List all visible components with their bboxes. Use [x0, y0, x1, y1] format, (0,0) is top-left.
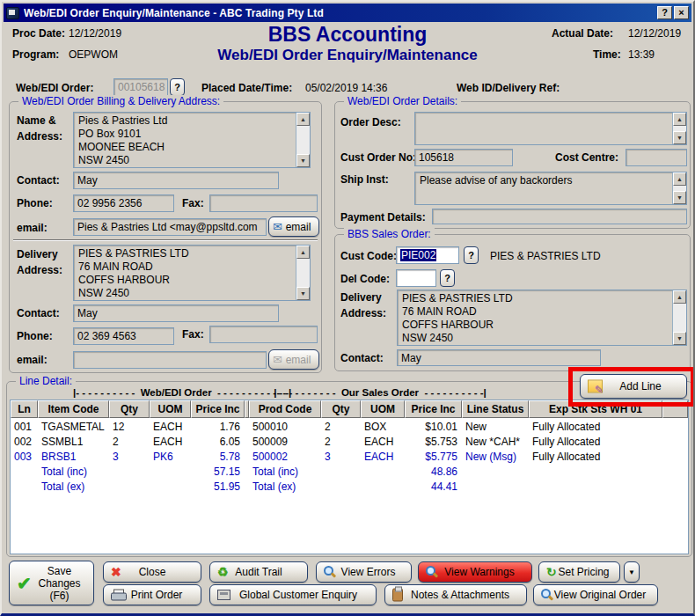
column-header-so-qty[interactable]: Qty: [321, 400, 361, 418]
view-errors-button[interactable]: View Errors: [316, 561, 412, 583]
phone-label: Phone:: [17, 197, 53, 209]
column-header-prod-code[interactable]: Prod Code: [249, 400, 321, 418]
magnifier-icon: [541, 589, 552, 601]
ship-inst-textbox[interactable]: Please advise of any backorders ▲ ▼: [414, 172, 687, 205]
column-header-price-inc[interactable]: Price Inc: [191, 400, 245, 418]
cell-exp-stk-sts: Fully Allocated: [529, 435, 662, 450]
view-original-order-button[interactable]: View Original Order: [533, 584, 658, 605]
magnifier-icon: [324, 566, 335, 578]
cell-item-code: BRSB1: [38, 450, 109, 465]
magnifier-icon: [426, 566, 437, 578]
cust-code-input[interactable]: PIE002: [396, 246, 459, 264]
ship-inst-text: Please advise of any backorders: [415, 172, 672, 204]
fax-input[interactable]: [209, 194, 318, 212]
app-title: BBS Accounting: [160, 23, 535, 47]
order-details-group-title: Web/EDI Order Details:: [344, 95, 461, 107]
cell-line-status: New *CAH*: [462, 435, 529, 450]
name-address-textbox[interactable]: Pies & Pastries Ltd PO Box 9101 MOONEE B…: [73, 112, 311, 168]
add-line-note-icon: [588, 380, 603, 393]
so-total-inc-value: 48.86: [405, 465, 462, 480]
column-header-line-status[interactable]: Line Status: [462, 400, 529, 418]
audit-trail-button[interactable]: ♻ Audit Trail: [209, 561, 308, 583]
scroll-up-icon[interactable]: ▲: [673, 172, 686, 186]
scroll-down-icon[interactable]: ▼: [673, 191, 686, 204]
delivery-email-input[interactable]: [73, 351, 267, 369]
payment-details-label: Payment Details:: [340, 211, 426, 224]
table-row[interactable]: 001 TGASMETAL 12 EACH 1.76 500010 2 BOX …: [11, 420, 688, 435]
ship-inst-scrollbar[interactable]: ▲ ▼: [672, 172, 686, 204]
set-pricing-dropdown-button[interactable]: ▼: [624, 561, 640, 583]
program-value: OEPWOM: [69, 48, 118, 61]
cust-code-lookup-button[interactable]: ?: [464, 246, 479, 264]
notes-attachments-button[interactable]: Notes & Attachments: [384, 584, 527, 605]
cell-line-status: New: [462, 420, 529, 435]
delivery-phone-input[interactable]: 02 369 4563: [73, 327, 174, 345]
delivery-fax-input[interactable]: [209, 326, 318, 343]
delivery-address-textbox[interactable]: PIES & PASTRIES LTD 76 MAIN ROAD COFFS H…: [73, 245, 311, 301]
cell-qty: 3: [109, 450, 150, 465]
delivery-address-scrollbar[interactable]: ▲ ▼: [296, 246, 310, 300]
delivery-contact-input[interactable]: May: [73, 304, 279, 322]
so-total-inc-label: Total (inc): [249, 465, 321, 480]
del-code-input[interactable]: [396, 269, 436, 287]
so-delivery-address-label-2: Address:: [340, 307, 386, 319]
global-customer-enquiry-button[interactable]: Global Customer Enquiry: [209, 584, 377, 605]
name-address-scrollbar[interactable]: ▲ ▼: [296, 113, 310, 167]
order-desc-textbox[interactable]: ▲ ▼: [414, 112, 687, 145]
web-edi-order-lookup-button[interactable]: ?: [170, 78, 185, 96]
set-pricing-button[interactable]: ↻ Set Pricing: [538, 561, 620, 583]
delivery-email-button[interactable]: ✉ email: [268, 349, 319, 370]
cost-centre-input[interactable]: [626, 149, 687, 166]
scroll-up-icon[interactable]: ▲: [673, 113, 686, 126]
time-value: 13:39: [628, 48, 655, 61]
cust-order-no-input[interactable]: 105618: [414, 149, 513, 166]
table-row[interactable]: 002 SSMBL1 2 EACH 6.05 500009 2 EACH $5.…: [11, 435, 688, 450]
order-desc-scrollbar[interactable]: ▲ ▼: [672, 113, 686, 144]
column-header-item-code[interactable]: Item Code: [38, 400, 109, 418]
so-delivery-address-textbox[interactable]: PIES & PASTRIES LTD 76 MAIN ROAD COFFS H…: [397, 290, 687, 346]
view-warnings-button[interactable]: View Warnings: [418, 561, 532, 583]
column-header-qty[interactable]: Qty: [109, 400, 150, 418]
close-button[interactable]: ✖ Close: [103, 561, 201, 583]
column-header-uom[interactable]: UOM: [150, 400, 191, 418]
web-edi-order-input[interactable]: 00105618: [113, 78, 168, 96]
add-line-button[interactable]: Add Line: [580, 374, 687, 399]
contact-input[interactable]: May: [73, 172, 279, 189]
email-input[interactable]: Pies & Pastries Ltd <may@ppsltd.com: [73, 218, 267, 236]
close-window-button[interactable]: ×: [674, 6, 689, 19]
proc-date-label: Proc Date:: [12, 27, 65, 40]
chevron-down-icon: ▼: [628, 568, 635, 576]
so-total-ex-label: Total (ex): [249, 480, 321, 495]
cell-prod-code: 500010: [249, 420, 321, 435]
scroll-up-icon[interactable]: ▲: [673, 290, 686, 304]
title-bar[interactable]: Web/EDI Order Enquiry/Maintenance - ABC …: [4, 4, 691, 22]
order-details-group: Web/EDI Order Details: Order Desc: ▲ ▼ C…: [334, 101, 691, 229]
so-contact-input[interactable]: May: [397, 349, 601, 366]
scroll-down-icon[interactable]: ▼: [296, 154, 310, 167]
time-label: Time:: [593, 48, 621, 61]
print-order-button[interactable]: Print Order: [103, 584, 201, 605]
help-button[interactable]: ?: [657, 6, 672, 19]
web-edi-order-column-group-header: |- - - - - - - - - - Web/EDI Order - - -…: [73, 387, 260, 398]
payment-details-input[interactable]: [432, 209, 687, 224]
cell-prod-code: 500002: [249, 450, 321, 465]
scroll-down-icon[interactable]: ▼: [673, 131, 686, 144]
column-header-so-uom[interactable]: UOM: [361, 400, 405, 418]
cell-qty: 2: [109, 435, 150, 450]
cell-trailing: [662, 450, 688, 465]
column-header-so-price-inc[interactable]: Price Inc: [405, 400, 462, 418]
cell-price-inc: 6.05: [191, 435, 245, 450]
email-button[interactable]: ✉ email: [268, 216, 319, 237]
phone-input[interactable]: 02 9956 2356: [73, 194, 174, 212]
scroll-up-icon[interactable]: ▲: [296, 113, 310, 126]
so-delivery-address-scrollbar[interactable]: ▲ ▼: [672, 290, 686, 345]
cell-empty: [11, 480, 38, 495]
scroll-down-icon[interactable]: ▼: [673, 332, 686, 345]
table-row[interactable]: 003 BRSB1 3 PK6 5.78 500002 3 EACH $5.77…: [11, 450, 688, 465]
column-header-ln[interactable]: Ln: [11, 400, 38, 418]
save-changes-button[interactable]: ✔ Save Changes (F6): [9, 561, 94, 605]
scroll-down-icon[interactable]: ▼: [296, 287, 310, 300]
scroll-up-icon[interactable]: ▲: [296, 246, 310, 259]
del-code-lookup-button[interactable]: ?: [440, 269, 455, 287]
cell-empty: [11, 465, 38, 480]
